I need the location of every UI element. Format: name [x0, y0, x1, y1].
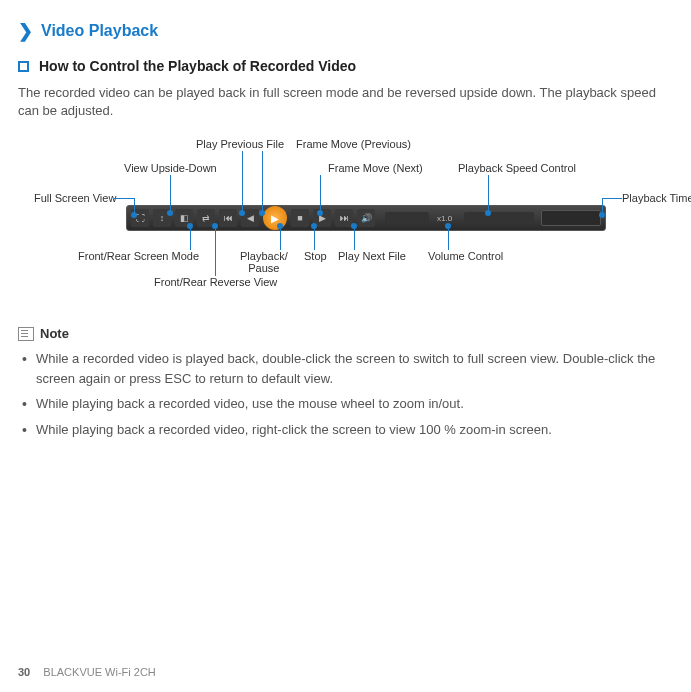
- leader-line: [262, 151, 263, 211]
- page-number: 30: [18, 666, 30, 678]
- label-play-next: Play Next File: [338, 250, 406, 262]
- leader-line: [354, 226, 355, 250]
- leader-line: [114, 198, 134, 199]
- label-front-rear-reverse: Front/Rear Reverse View: [154, 276, 277, 288]
- leader-line: [242, 151, 243, 211]
- note-item: While playing back a recorded video, rig…: [36, 420, 673, 440]
- leader-line: [190, 226, 191, 250]
- volume-icon[interactable]: 🔊: [357, 209, 375, 227]
- leader-line: [448, 226, 449, 250]
- subsection-title: How to Control the Playback of Recorded …: [39, 58, 356, 74]
- label-volume: Volume Control: [428, 250, 503, 262]
- square-bullet-icon: [18, 61, 29, 72]
- playback-controls-diagram: ⛶ ↕ ◧ ⇄ ⏮ ◀ ▶ ■ ▶ ⏭ 🔊 x1.0 Play Previous…: [18, 138, 673, 298]
- label-fullscreen: Full Screen View: [34, 192, 116, 204]
- label-frame-prev: Frame Move (Previous): [296, 138, 411, 150]
- leader-line: [602, 198, 622, 199]
- label-upside-down: View Upside-Down: [124, 162, 217, 174]
- leader-line: [320, 175, 321, 213]
- page-footer: 30 BLACKVUE Wi-Fi 2CH: [18, 666, 156, 678]
- note-label: Note: [40, 326, 69, 341]
- label-front-rear-mode: Front/Rear Screen Mode: [78, 250, 199, 262]
- note-item: While playing back a recorded video, use…: [36, 394, 673, 414]
- note-icon: [18, 327, 34, 341]
- play-previous-file-button[interactable]: ⏮: [219, 209, 237, 227]
- volume-slider[interactable]: [385, 212, 429, 224]
- label-frame-next: Frame Move (Next): [328, 162, 423, 174]
- leader-line: [314, 226, 315, 250]
- section-title: Video Playback: [41, 22, 158, 40]
- note-item: While a recorded video is played back, d…: [36, 349, 673, 388]
- speed-label-x: x1.0: [437, 214, 452, 223]
- stop-button[interactable]: ■: [291, 209, 309, 227]
- intro-paragraph: The recorded video can be played back in…: [18, 84, 673, 120]
- leader-line: [488, 175, 489, 213]
- label-playback-time: Playback Time: [622, 192, 691, 204]
- label-speed: Playback Speed Control: [458, 162, 576, 174]
- leader-line: [280, 226, 281, 250]
- note-list: While a recorded video is played back, d…: [18, 349, 673, 439]
- label-stop: Stop: [304, 250, 327, 262]
- leader-line: [215, 226, 216, 276]
- label-play-previous: Play Previous File: [196, 138, 284, 150]
- play-pause-button[interactable]: ▶: [263, 206, 287, 230]
- leader-line: [170, 175, 171, 213]
- footer-model: BLACKVUE Wi-Fi 2CH: [43, 666, 155, 678]
- playback-toolbar: ⛶ ↕ ◧ ⇄ ⏮ ◀ ▶ ■ ▶ ⏭ 🔊 x1.0: [126, 205, 606, 231]
- speed-slider[interactable]: [464, 212, 534, 224]
- label-play-pause: Playback/ Pause: [240, 250, 288, 274]
- playback-time-display: [541, 210, 601, 226]
- chevron-right-icon: ❯: [18, 20, 33, 42]
